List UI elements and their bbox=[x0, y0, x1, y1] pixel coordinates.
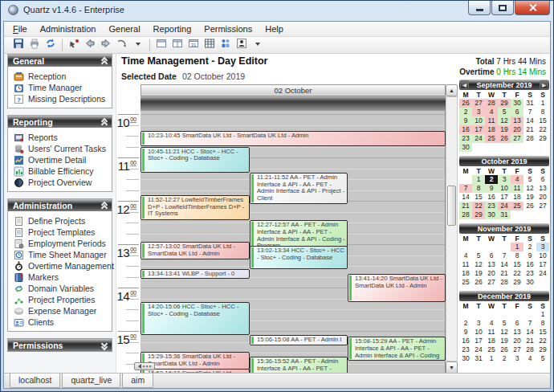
scrollbar-track[interactable] bbox=[446, 96, 458, 361]
calendar-day[interactable]: 20 bbox=[511, 125, 523, 134]
sidebar-item-employment-periods[interactable]: Employment Periods bbox=[14, 238, 110, 249]
scroll-up-button[interactable]: ▲ bbox=[446, 84, 458, 96]
calendar-day[interactable]: 9 bbox=[485, 184, 498, 193]
sidebar-item-markers[interactable]: Markers bbox=[14, 272, 110, 283]
sidebar-item-users-current-tasks[interactable]: Users' Current Tasks bbox=[14, 143, 110, 154]
calendar-day[interactable]: 3 bbox=[536, 243, 549, 251]
calendar-day[interactable]: 3 bbox=[472, 319, 485, 328]
calendar-day[interactable]: 4 bbox=[459, 251, 472, 260]
calendar-day[interactable]: 20 bbox=[485, 269, 498, 278]
calendar-day[interactable]: 12 bbox=[472, 260, 485, 269]
calendar-day[interactable]: 11 bbox=[485, 116, 498, 125]
calendar-entry[interactable]: 13:34-13:41 WLBP - Support - 0 bbox=[141, 269, 250, 280]
scroll-down-button[interactable]: ▼ bbox=[446, 361, 458, 373]
calendar-day[interactable]: 15 bbox=[536, 116, 549, 125]
month-view-button[interactable]: 31 bbox=[185, 38, 202, 52]
calendar-entry[interactable]: 10:45-11:21 HCC - Stoc+ - HCC - Stoc+ - … bbox=[141, 147, 250, 173]
calendar-entry[interactable]: 13:02-13:34 HCC - Stoc+ - HCC - Stoc+ - … bbox=[250, 246, 348, 269]
calendar-day[interactable]: 23 bbox=[459, 134, 472, 143]
calendar-day[interactable]: 21 bbox=[459, 202, 472, 210]
calendar-day[interactable]: 22 bbox=[536, 125, 549, 134]
sidebar-item-project-properties[interactable]: Project Properties bbox=[14, 294, 110, 305]
caret-button[interactable] bbox=[130, 38, 146, 52]
calendar-day[interactable]: 12 bbox=[523, 184, 536, 193]
calendar-day[interactable]: 9 bbox=[523, 251, 536, 260]
calendar-day[interactable]: 2 bbox=[498, 354, 511, 363]
calendar-day[interactable]: 31 bbox=[472, 354, 485, 363]
calendar-day[interactable]: 11 bbox=[459, 260, 472, 269]
calendar-day[interactable]: 28 bbox=[459, 210, 472, 219]
calendar-day[interactable]: 8 bbox=[536, 319, 549, 328]
sidebar-item-domain-variables[interactable]: Domain Variables bbox=[14, 283, 110, 294]
calendar-day[interactable]: 22 bbox=[511, 269, 523, 278]
calendar-day[interactable]: 27 bbox=[472, 99, 485, 108]
calendar-day[interactable]: 21 bbox=[498, 269, 511, 278]
redo-button[interactable] bbox=[114, 38, 130, 52]
menu-permissions[interactable]: Permissions bbox=[198, 22, 259, 35]
calendar-day[interactable]: 17 bbox=[472, 337, 485, 345]
menu-file[interactable]: File bbox=[6, 22, 34, 35]
calendar-day[interactable]: 22 bbox=[536, 337, 549, 345]
calendar-day[interactable]: 7 bbox=[498, 251, 511, 260]
calendar-day[interactable]: 29 bbox=[536, 345, 549, 354]
calendar-day[interactable]: 16 bbox=[459, 125, 472, 134]
sidebar-item-project-templates[interactable]: Project Templates bbox=[14, 227, 110, 238]
calendar-entry[interactable]: 14:20-15:06 HCC - Stoc+ - HCC - Stoc+ - … bbox=[141, 302, 250, 335]
calendar-day[interactable]: 6 bbox=[511, 319, 523, 328]
sidebar-item-clients[interactable]: Clients bbox=[14, 316, 110, 328]
calendar-day[interactable]: 14 bbox=[498, 260, 511, 269]
calendar-entry[interactable]: 15:29-15:36 SmartData UK Ltd - SmartData… bbox=[141, 352, 250, 369]
table-view-button[interactable] bbox=[202, 38, 218, 52]
calendar-day[interactable]: 2 bbox=[485, 175, 498, 184]
calendar-day[interactable]: 25 bbox=[511, 202, 523, 210]
calendar-day[interactable]: 27 bbox=[511, 134, 523, 143]
calendar-day[interactable]: 28 bbox=[523, 134, 536, 143]
calendar-day[interactable]: 3 bbox=[472, 108, 485, 116]
calendar-day[interactable]: 23 bbox=[459, 345, 472, 354]
sidebar-item-define-projects[interactable]: Define Projects bbox=[14, 215, 110, 227]
menu-help[interactable]: Help bbox=[259, 22, 290, 35]
calendar-day[interactable]: 18 bbox=[485, 125, 498, 134]
sidebar-panel-header-reporting[interactable]: Reporting bbox=[8, 116, 112, 128]
sidebar-item-project-overview[interactable]: Project Overview bbox=[14, 177, 110, 188]
calendar-day[interactable]: 27 bbox=[511, 345, 523, 354]
calendar-day[interactable]: 4 bbox=[485, 319, 498, 328]
scrollbar-thumb[interactable] bbox=[447, 186, 456, 226]
calendar-day[interactable]: 1 bbox=[511, 243, 523, 251]
calendar-day[interactable]: 31 bbox=[523, 99, 536, 108]
sidebar-panel-header-general[interactable]: General bbox=[8, 55, 112, 67]
calendar-day[interactable]: 7 bbox=[523, 319, 536, 328]
calendar-day[interactable]: 4 bbox=[523, 354, 536, 363]
calendar-next-button[interactable]: ▶ bbox=[540, 80, 548, 89]
calendar-day[interactable]: 4 bbox=[511, 175, 523, 184]
user-view-button[interactable] bbox=[234, 38, 250, 52]
sidebar-panel-header-administration[interactable]: Administration bbox=[8, 199, 112, 211]
calendar-day[interactable]: 16 bbox=[523, 260, 536, 269]
calendar-day[interactable]: 13 bbox=[485, 260, 498, 269]
calendar-day[interactable]: 7 bbox=[523, 108, 536, 116]
calendar-day[interactable]: 19 bbox=[498, 125, 511, 134]
calendar-day[interactable]: 10 bbox=[472, 116, 485, 125]
calendar-day[interactable]: 26 bbox=[472, 278, 485, 287]
calendar-day[interactable]: 10 bbox=[536, 251, 549, 260]
calendar-day[interactable]: 19 bbox=[523, 193, 536, 202]
calendar-day[interactable]: 7 bbox=[459, 184, 472, 193]
calendar-entry[interactable]: 15:08-15:29 AA - PET - Admin Interface &… bbox=[348, 337, 446, 361]
calendar-day[interactable]: 23 bbox=[485, 202, 498, 210]
calendar-day[interactable]: 2 bbox=[459, 319, 472, 328]
calendar-day[interactable]: 15 bbox=[536, 328, 549, 337]
calendar-day[interactable]: 6 bbox=[485, 251, 498, 260]
calendar-day[interactable]: 11 bbox=[511, 184, 523, 193]
sidebar-item-time-manager[interactable]: Time Manager bbox=[14, 82, 110, 93]
calendar-day[interactable]: 24 bbox=[536, 269, 549, 278]
calendar-day[interactable]: 26 bbox=[523, 202, 536, 210]
calendar-day[interactable]: 10 bbox=[498, 184, 511, 193]
calendar-day[interactable]: 6 bbox=[511, 108, 523, 116]
calendar-day[interactable]: 26 bbox=[498, 345, 511, 354]
calendar-day[interactable]: 26 bbox=[459, 99, 472, 108]
sidebar-item-overtime-detail[interactable]: Overtime Detail bbox=[14, 154, 110, 165]
calendar-day[interactable]: 29 bbox=[536, 134, 549, 143]
calendar-day[interactable]: 30 bbox=[523, 278, 536, 287]
calendar-day[interactable]: 26 bbox=[498, 134, 511, 143]
calendar-entry[interactable]: 11:52-12:27 LowfieldTimberFrames D+P - L… bbox=[141, 195, 250, 221]
